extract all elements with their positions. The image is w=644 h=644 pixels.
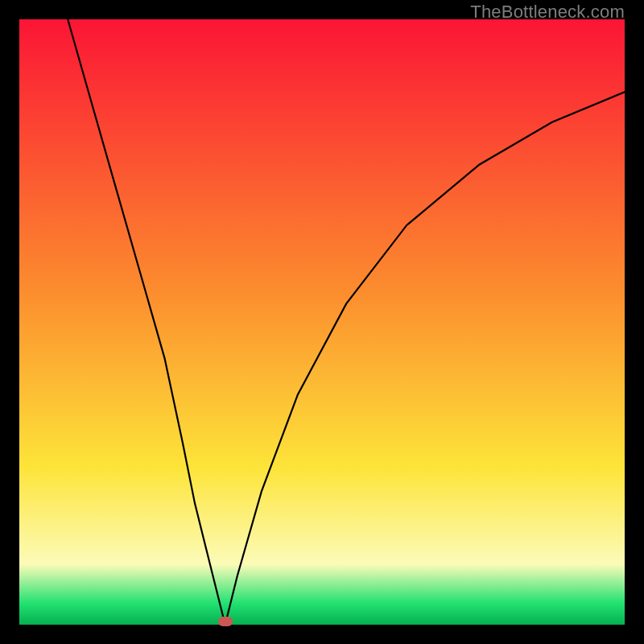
gradient-background [19, 19, 625, 625]
bottleneck-chart [19, 19, 625, 625]
chart-frame [19, 19, 625, 625]
minimum-marker [218, 617, 233, 626]
